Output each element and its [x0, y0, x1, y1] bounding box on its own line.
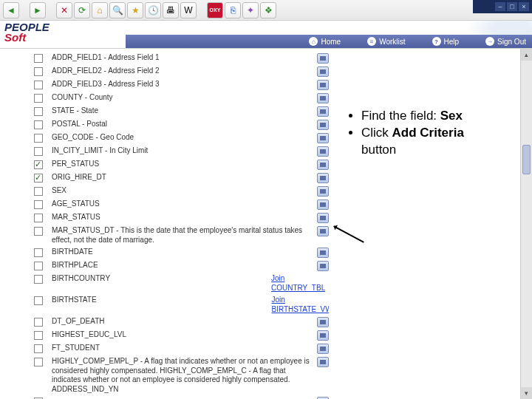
- signout-icon: →: [485, 37, 494, 46]
- add-criteria-icon[interactable]: [317, 226, 329, 236]
- nav-home[interactable]: ⌂Home: [309, 37, 341, 46]
- field-row: HIGHLY_COMP_EMPL_P - A flag that indicat…: [7, 355, 329, 395]
- add-criteria-icon[interactable]: [317, 213, 329, 223]
- add-criteria-icon[interactable]: [317, 248, 329, 258]
- field-label: BIRTHPLACE: [52, 261, 314, 270]
- add-criteria-icon[interactable]: [317, 200, 329, 210]
- field-checkbox[interactable]: [34, 248, 43, 257]
- forward-button[interactable]: ►: [30, 2, 46, 18]
- browser-toolbar: ◄ ► ✕ ⟳ ⌂ 🔍 ★ 🕓 🖶 W OXY ⎘ ✦ ❖: [0, 0, 532, 21]
- field-checkbox[interactable]: [34, 147, 43, 156]
- scroll-thumb[interactable]: [522, 145, 531, 174]
- field-row: POSTAL - Postal: [7, 118, 329, 132]
- home-button[interactable]: ⌂: [92, 2, 108, 18]
- favorites-button[interactable]: ★: [127, 2, 143, 18]
- field-row: GEO_CODE - Geo Code: [7, 132, 329, 145]
- wizard-button[interactable]: ✦: [242, 2, 259, 18]
- field-checkbox[interactable]: [34, 318, 43, 327]
- field-row: BIRTHPLACE: [7, 259, 329, 273]
- add-criteria-icon[interactable]: [317, 66, 329, 77]
- field-label: SEX: [52, 186, 314, 196]
- add-criteria-icon[interactable]: [317, 317, 329, 327]
- nav-worklist[interactable]: ≡Worklist: [367, 37, 405, 46]
- field-checkbox[interactable]: [34, 54, 43, 63]
- add-criteria-icon[interactable]: [317, 93, 329, 103]
- field-label: HIGHLY_COMP_EMPL_P - A flag that indicat…: [52, 357, 314, 394]
- field-row: DT_OF_DEATH: [7, 316, 329, 329]
- history-button[interactable]: 🕓: [145, 2, 161, 18]
- field-row: BIRTHDATE: [7, 246, 329, 259]
- nav-help[interactable]: ?Help: [432, 37, 460, 46]
- add-criteria-icon[interactable]: [317, 120, 329, 130]
- add-criteria-icon[interactable]: [317, 146, 329, 157]
- add-criteria-icon[interactable]: [317, 186, 329, 197]
- field-checkbox[interactable]: [34, 358, 43, 366]
- size-button[interactable]: W: [180, 2, 197, 18]
- vertical-scrollbar[interactable]: ▴ ▾: [520, 49, 532, 399]
- add-criteria-icon[interactable]: [317, 357, 329, 367]
- add-criteria-icon[interactable]: [317, 261, 329, 271]
- close-button[interactable]: ×: [519, 2, 529, 11]
- field-checkbox[interactable]: [34, 174, 43, 183]
- scroll-up-button[interactable]: ▴: [521, 49, 532, 61]
- instruction-callout: Find the field: Sex Click Add Criteria b…: [347, 108, 502, 159]
- field-label: ADDR_FIELD1 - Address Field 1: [52, 53, 314, 63]
- window-controls: – □ ×: [473, 0, 532, 13]
- field-checkbox[interactable]: [34, 160, 43, 169]
- maximize-button[interactable]: □: [507, 2, 517, 11]
- add-criteria-icon[interactable]: [317, 344, 329, 354]
- field-checkbox[interactable]: [34, 227, 43, 236]
- join-link[interactable]: Join BIRTHSTATE_VW: [272, 296, 330, 314]
- scroll-down-button[interactable]: ▾: [521, 387, 532, 399]
- refresh-button[interactable]: ⟳: [74, 2, 90, 18]
- left-gutter: [0, 49, 7, 399]
- field-checkbox[interactable]: [34, 214, 43, 222]
- field-row: SEX: [7, 185, 329, 198]
- add-criteria-icon[interactable]: [317, 80, 329, 90]
- field-row: ADDR_FIELD1 - Address Field 1: [7, 52, 329, 65]
- instruction-line-1: Find the field: Sex: [361, 108, 502, 125]
- add-criteria-icon[interactable]: [317, 330, 329, 341]
- back-button[interactable]: ◄: [3, 2, 19, 18]
- field-checkbox[interactable]: [34, 81, 43, 89]
- field-label: BIRTHCOUNTRYJoin COUNTRY_TBL: [52, 274, 329, 293]
- code-button[interactable]: ⎘: [225, 2, 241, 18]
- field-label: PER_STATUS: [52, 160, 314, 169]
- join-link[interactable]: Join COUNTRY_TBL: [271, 274, 329, 293]
- field-checkbox[interactable]: [34, 200, 43, 209]
- oxy-button[interactable]: OXY: [207, 2, 223, 18]
- nav-signout[interactable]: →Sign Out: [485, 37, 526, 46]
- field-checkbox[interactable]: [34, 67, 43, 76]
- field-checkbox[interactable]: [34, 187, 43, 196]
- add-criteria-icon[interactable]: [317, 133, 329, 143]
- worklist-icon: ≡: [367, 37, 376, 46]
- help-icon[interactable]: ❖: [260, 2, 276, 18]
- field-row: MAR_STATUS: [7, 211, 329, 225]
- print-button[interactable]: 🖶: [163, 2, 179, 18]
- field-checkbox[interactable]: [34, 120, 43, 129]
- field-checkbox[interactable]: [34, 331, 43, 340]
- field-checkbox[interactable]: [34, 262, 43, 270]
- field-checkbox[interactable]: [34, 275, 43, 284]
- field-checkbox[interactable]: [34, 107, 43, 116]
- search-button[interactable]: 🔍: [109, 2, 126, 18]
- field-checkbox[interactable]: [34, 296, 43, 305]
- field-checkbox[interactable]: [34, 344, 43, 353]
- field-label: ORIG_HIRE_DT: [52, 173, 314, 183]
- minimize-button[interactable]: –: [495, 2, 505, 11]
- field-checkbox[interactable]: [34, 134, 43, 143]
- add-criteria-icon[interactable]: [317, 53, 329, 64]
- field-row: IN_CITY_LIMIT - In City Limit: [7, 145, 329, 158]
- add-criteria-icon[interactable]: [317, 173, 329, 183]
- add-criteria-icon[interactable]: [317, 160, 329, 170]
- field-row: FT_STUDENT: [7, 342, 329, 355]
- peoplesoft-logo: PEOPLESoft: [4, 22, 50, 42]
- field-label: BIRTHDATE: [52, 248, 314, 257]
- field-row: BIRTHSTATEJoin BIRTHSTATE_VW: [7, 294, 329, 316]
- field-checkbox[interactable]: [34, 94, 43, 103]
- stop-button[interactable]: ✕: [56, 2, 72, 18]
- app-header: PEOPLESoft ⌂Home ≡Worklist ?Help →Sign O…: [0, 21, 532, 49]
- field-row: COUNTY - County: [7, 92, 329, 105]
- add-criteria-icon[interactable]: [317, 106, 329, 117]
- field-row: ADDR_FIELD3 - Address Field 3: [7, 78, 329, 92]
